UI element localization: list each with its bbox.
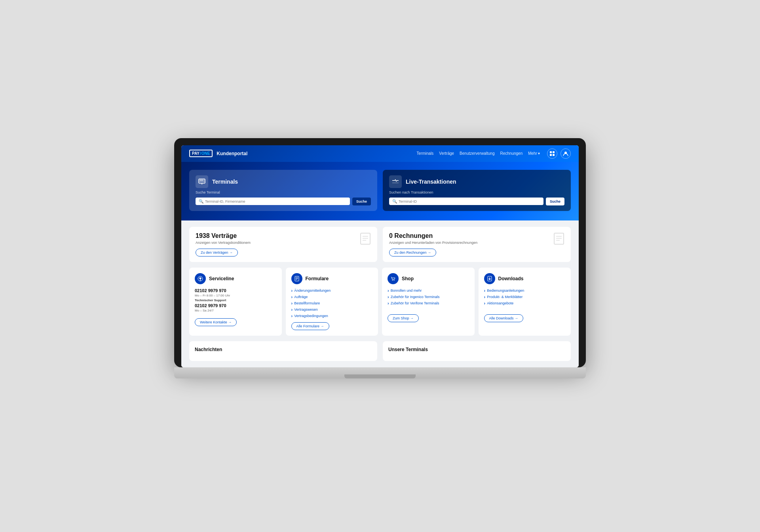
downloads-link-1[interactable]: Produkt- & Merkblätter — [484, 294, 566, 299]
vertraege-btn[interactable]: Zu den Verträgen → — [196, 249, 238, 256]
downloads-title: Downloads — [498, 276, 524, 281]
downloads-btn[interactable]: Alle Downloads → — [484, 314, 524, 322]
nav-rechnungen[interactable]: Rechnungen — [500, 151, 522, 156]
shop-header: Shop — [388, 273, 469, 284]
svg-rect-11 — [201, 180, 202, 181]
nav-terminals[interactable]: Terminals — [416, 151, 433, 156]
hero-live-title: Live-Transaktionen — [406, 179, 456, 185]
serviceline-hours1: Mo – Fr 8:00 – 17:00 Uhr — [195, 294, 276, 297]
rechnungen-icon — [553, 232, 564, 247]
formulare-icon — [291, 273, 302, 284]
logo-pay: PAY — [192, 151, 200, 156]
navbar-right: Terminals Verträge Benutzerverwaltung Re… — [416, 148, 571, 159]
vertraege-desc: Anzeigen von Vertragskonditionem — [196, 241, 371, 245]
nav-links: Terminals Verträge Benutzerverwaltung Re… — [416, 151, 540, 156]
shop-link-0[interactable]: Bonrollen und mehr — [388, 288, 469, 293]
formulare-link-4[interactable]: Vertragsbedingungen — [291, 314, 373, 318]
rechnungen-btn[interactable]: Zu den Rechnungen → — [389, 249, 436, 256]
shop-btn[interactable]: Zum Shop → — [388, 314, 419, 322]
formulare-btn[interactable]: Alle Formulare → — [291, 322, 329, 330]
nav-icons — [547, 148, 571, 159]
live-search-button[interactable]: Suche — [546, 198, 564, 205]
laptop-base — [174, 367, 586, 378]
hero-live-subtitle: Suchen nach Transaktionen — [389, 190, 564, 194]
downloads-icon — [484, 273, 495, 284]
user-icon-button[interactable] — [560, 148, 571, 159]
svg-point-29 — [394, 280, 395, 281]
serviceline-label: Technischer Support — [195, 298, 276, 302]
rechnungen-stat-card: 0 Rechnungen Anzeigen und Herunterladen … — [383, 227, 571, 262]
vertraege-count: 1938 Verträge — [196, 232, 371, 239]
formulare-link-0[interactable]: Änderungsmitteilungen — [291, 288, 373, 293]
stat-cards-row: 1938 Verträge Anzeigen von Vertragskondi… — [189, 227, 571, 262]
navbar-left: PAY / ONE Kundenportal — [189, 150, 247, 157]
serviceline-btn[interactable]: Weitere Kontakte → — [195, 318, 237, 326]
shop-icon — [388, 273, 399, 284]
grid-icon — [549, 151, 555, 156]
shop-link-2[interactable]: Zubehör für Verifone Terminals — [388, 301, 469, 306]
portal-title: Kundenportal — [217, 151, 247, 156]
navbar: PAY / ONE Kundenportal Terminals Verträg… — [181, 145, 579, 162]
svg-rect-23 — [200, 280, 201, 281]
live-search-input[interactable] — [399, 200, 540, 203]
hero-live-header: Live-Transaktionen — [389, 175, 564, 188]
formulare-link-3[interactable]: Vertragswesen — [291, 307, 373, 312]
rechnungen-count: 0 Rechnungen — [389, 232, 564, 239]
nav-mehr[interactable]: Mehr ▾ — [528, 151, 540, 156]
svg-rect-0 — [550, 151, 552, 153]
downloads-link-0[interactable]: Bedienungsanleitungen — [484, 288, 566, 293]
serviceline-icon — [195, 273, 206, 284]
hero-section: Terminals Suche Terminal 🔍 Suche — [181, 162, 579, 220]
unsere-terminals-title: Unsere Terminals — [388, 347, 565, 352]
downloads-link-2[interactable]: Aktionsangebote — [484, 301, 566, 306]
terminals-search-button[interactable]: Suche — [352, 198, 371, 205]
formulare-link-2[interactable]: Bestellformulare — [291, 301, 373, 306]
svg-rect-10 — [200, 180, 201, 181]
live-transactions-icon — [389, 175, 402, 188]
svg-rect-2 — [550, 154, 552, 156]
app: PAY / ONE Kundenportal Terminals Verträg… — [181, 145, 579, 367]
hero-terminals-header: Terminals — [196, 175, 371, 188]
svg-point-28 — [392, 280, 393, 281]
grid-icon-button[interactable] — [547, 148, 557, 159]
nachrichten-title: Nachrichten — [195, 347, 372, 352]
hero-terminals-title: Terminals — [212, 179, 238, 185]
shop-links: Bonrollen und mehr Zubehör für Ingenico … — [388, 288, 469, 306]
live-search-wrap[interactable]: 🔍 — [389, 198, 543, 205]
svg-rect-3 — [553, 154, 555, 156]
live-search-row: 🔍 Suche — [389, 198, 564, 205]
formulare-header: Formulare — [291, 273, 373, 284]
shop-card: Shop Bonrollen und mehr Zubehör für Inge… — [382, 268, 475, 336]
formulare-card: Formulare Änderungsmitteilungen Aufträge… — [286, 268, 378, 336]
downloads-header: Downloads — [484, 273, 566, 284]
svg-rect-7 — [200, 180, 201, 180]
svg-rect-18 — [554, 233, 564, 244]
terminals-search-wrap[interactable]: 🔍 — [196, 198, 350, 205]
svg-rect-1 — [553, 151, 555, 153]
laptop-screen-outer: PAY / ONE Kundenportal Terminals Verträg… — [174, 138, 586, 367]
live-search-icon: 🔍 — [392, 199, 397, 203]
serviceline-card: Serviceline 02102 9979 970 Mo – Fr 8:00 … — [189, 268, 282, 336]
formulare-link-1[interactable]: Aufträge — [291, 294, 373, 299]
svg-rect-13 — [201, 184, 203, 184]
bottom-cards-row: Nachrichten Unsere Terminals — [189, 341, 571, 361]
terminals-search-row: 🔍 Suche — [196, 198, 371, 205]
vertraege-icon — [360, 232, 371, 247]
user-icon — [563, 151, 568, 156]
laptop-screen-inner: PAY / ONE Kundenportal Terminals Verträg… — [181, 145, 579, 367]
svg-rect-14 — [361, 233, 370, 244]
terminals-search-input[interactable] — [205, 200, 347, 203]
nav-vertraege[interactable]: Verträge — [439, 151, 454, 156]
nav-benutzerverwaltung[interactable]: Benutzerverwaltung — [460, 151, 494, 156]
serviceline-title: Serviceline — [209, 276, 234, 281]
serviceline-hours2: Mo – Sa 24/7 — [195, 309, 276, 312]
logo-slash: / — [200, 151, 201, 156]
vertraege-stat-card: 1938 Verträge Anzeigen von Vertragskondi… — [189, 227, 377, 262]
hero-terminals-card: Terminals Suche Terminal 🔍 Suche — [189, 170, 377, 211]
nachrichten-card: Nachrichten — [189, 341, 377, 361]
rechnungen-desc: Anzeigen und Herunterladen von Provision… — [389, 241, 564, 245]
serviceline-phone2: 02102 9979 970 — [195, 303, 276, 308]
formulare-title: Formulare — [306, 276, 329, 281]
shop-link-1[interactable]: Zubehör für Ingenico Terminals — [388, 294, 469, 299]
formulare-links: Änderungsmitteilungen Aufträge Bestellfo… — [291, 288, 373, 318]
